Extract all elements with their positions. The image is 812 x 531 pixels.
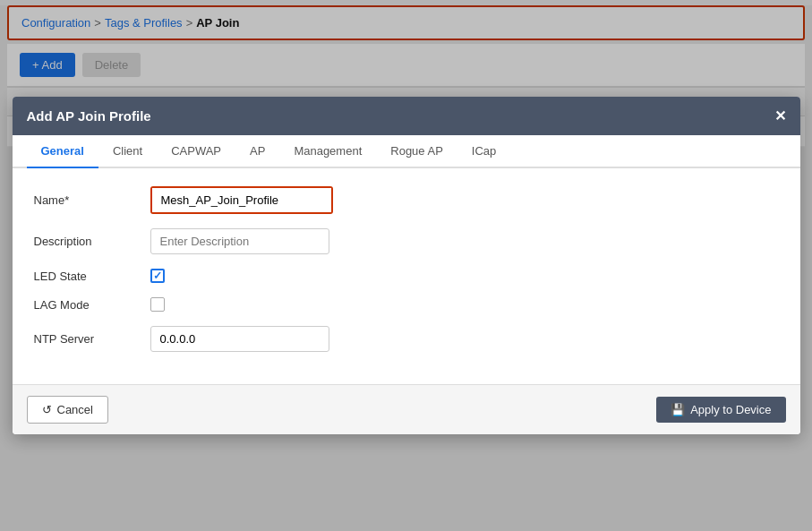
description-input[interactable]: [150, 228, 329, 254]
tab-capwap[interactable]: CAPWAP: [157, 135, 235, 168]
led-state-label: LED State: [34, 270, 150, 283]
apply-icon: 💾: [671, 403, 685, 416]
modal-title: Add AP Join Profile: [27, 108, 151, 124]
modal-dialog: Add AP Join Profile ✕ General Client CAP…: [13, 97, 800, 434]
description-row: Description: [34, 228, 779, 254]
modal-close-button[interactable]: ✕: [774, 107, 786, 124]
cancel-button[interactable]: ↺ Cancel: [27, 396, 108, 424]
ntp-server-row: NTP Server: [34, 326, 779, 352]
tab-management[interactable]: Management: [279, 135, 376, 168]
ntp-server-input[interactable]: [150, 326, 329, 352]
modal-overlay: Add AP Join Profile ✕ General Client CAP…: [0, 0, 812, 531]
lag-mode-label: LAG Mode: [34, 298, 150, 312]
lag-mode-row: LAG Mode: [34, 297, 779, 312]
modal-body: Name* Description LED State L: [13, 168, 800, 384]
tab-general[interactable]: General: [27, 135, 98, 168]
tab-client[interactable]: Client: [98, 135, 157, 168]
name-row: Name*: [34, 186, 779, 214]
tab-rogue-ap[interactable]: Rogue AP: [376, 135, 457, 168]
name-field-wrapper: [150, 186, 333, 214]
lag-mode-checkbox[interactable]: [150, 297, 165, 312]
modal-footer: ↺ Cancel 💾 Apply to Device: [13, 384, 800, 434]
modal-header: Add AP Join Profile ✕: [13, 97, 800, 135]
cancel-icon: ↺: [42, 403, 52, 416]
ntp-server-label: NTP Server: [34, 332, 150, 346]
tab-ap[interactable]: AP: [235, 135, 279, 168]
tab-icap[interactable]: ICap: [457, 135, 510, 168]
led-state-checkbox[interactable]: [150, 269, 165, 283]
description-label: Description: [34, 235, 150, 248]
modal-tabs: General Client CAPWAP AP Management Rogu…: [13, 135, 800, 168]
apply-to-device-button[interactable]: 💾 Apply to Device: [656, 397, 785, 423]
apply-label: Apply to Device: [690, 403, 771, 416]
name-input[interactable]: [152, 188, 331, 212]
led-state-row: LED State: [34, 269, 779, 283]
cancel-label: Cancel: [57, 403, 93, 416]
name-label: Name*: [34, 193, 150, 207]
